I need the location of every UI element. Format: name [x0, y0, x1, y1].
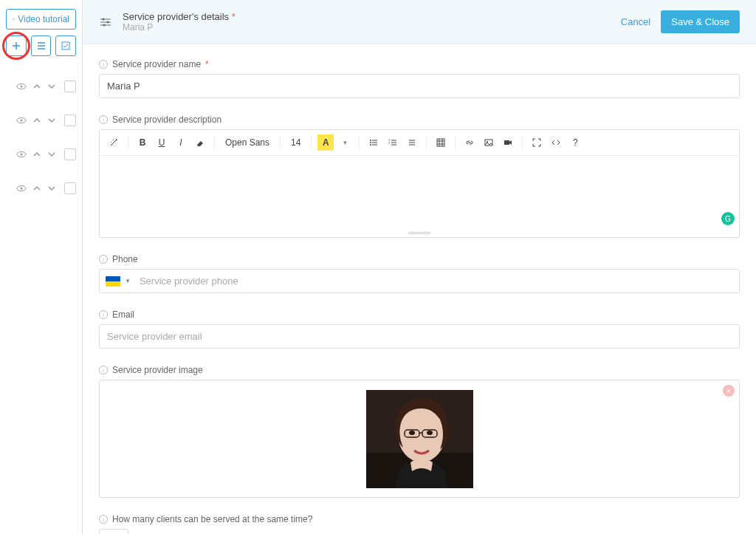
font-family-select[interactable]: Open Sans [221, 134, 274, 151]
sidebar-icon-row [6, 35, 76, 56]
svg-point-25 [427, 431, 433, 435]
provider-avatar [366, 390, 473, 488]
svg-rect-0 [62, 42, 69, 49]
chevron-up-icon[interactable] [32, 184, 41, 193]
editor-toolbar: B U I Open Sans 14 A ▼ 12 [100, 130, 739, 156]
svg-rect-17 [437, 139, 444, 146]
item-checkbox[interactable] [64, 114, 76, 126]
clients-label: How many clients can be served at the sa… [112, 514, 312, 524]
country-flag-ukraine[interactable] [106, 276, 120, 287]
font-size-select[interactable]: 14 [286, 134, 305, 151]
unordered-list-icon[interactable] [365, 134, 382, 151]
paragraph-icon[interactable] [404, 134, 420, 151]
video-tutorial-label: Video tutorial [18, 14, 69, 24]
link-icon[interactable] [461, 134, 478, 151]
resize-handle[interactable] [100, 230, 739, 237]
name-field: i Service provider name * [99, 59, 740, 98]
description-label: Service provider description [112, 114, 221, 125]
editor-textarea[interactable]: G [100, 156, 739, 230]
info-icon[interactable]: i [99, 255, 108, 264]
image-icon[interactable] [481, 134, 497, 151]
chevron-down-icon[interactable] [47, 82, 56, 91]
color-caret-icon[interactable]: ▼ [337, 134, 353, 151]
chevron-down-icon[interactable] [47, 150, 56, 159]
info-icon[interactable]: i [99, 60, 108, 69]
chevron-up-icon[interactable] [32, 150, 41, 159]
item-checkbox[interactable] [64, 81, 76, 92]
name-label: Service provider name [112, 59, 201, 69]
name-input[interactable] [99, 74, 740, 98]
ordered-list-icon[interactable]: 12 [385, 134, 401, 151]
eye-icon[interactable] [16, 149, 27, 160]
required-asterisk: * [205, 59, 209, 69]
svg-point-9 [103, 18, 105, 20]
clients-input[interactable] [99, 529, 128, 534]
plus-icon [11, 41, 21, 51]
video-tutorial-button[interactable]: Video tutorial [6, 9, 76, 30]
svg-point-10 [107, 21, 109, 23]
svg-rect-18 [485, 140, 492, 146]
underline-button[interactable]: U [154, 134, 170, 151]
panel-header: Service provider's details * Maria P Can… [83, 0, 756, 44]
flag-caret-icon[interactable]: ▼ [125, 278, 131, 284]
list-item [6, 182, 76, 194]
provider-list [6, 81, 76, 194]
video-icon[interactable] [500, 134, 516, 151]
text-color-button[interactable]: A [317, 134, 334, 151]
phone-field: i Phone ▼ [99, 254, 740, 293]
code-view-icon[interactable] [548, 134, 564, 151]
svg-text:2: 2 [388, 141, 391, 145]
item-checkbox[interactable] [64, 182, 76, 194]
grammarly-icon[interactable]: G [721, 212, 735, 225]
eraser-icon[interactable] [192, 134, 208, 151]
settings-icon [99, 16, 112, 29]
image-field: i Service provider image × [99, 365, 740, 498]
svg-point-8 [21, 188, 23, 190]
item-checkbox[interactable] [64, 148, 76, 160]
phone-input[interactable] [137, 270, 739, 292]
eye-icon[interactable] [16, 81, 27, 92]
panel-subtitle: Maria P [123, 22, 621, 32]
panel-title: Service provider's details * [123, 11, 621, 22]
info-icon[interactable]: i [99, 515, 108, 524]
required-asterisk: * [232, 11, 236, 22]
phone-label: Phone [112, 254, 138, 264]
save-close-button[interactable]: Save & Close [661, 10, 740, 33]
help-icon[interactable]: ? [567, 134, 583, 151]
sidebar: Video tutorial [0, 0, 83, 534]
check-view-button[interactable] [55, 35, 76, 56]
list-view-button[interactable] [31, 35, 52, 56]
eye-icon[interactable] [16, 183, 27, 194]
image-upload-box[interactable]: × [99, 380, 740, 498]
description-field: i Service provider description B U I Ope… [99, 114, 740, 238]
bold-button[interactable]: B [134, 134, 151, 151]
svg-point-4 [21, 120, 23, 122]
remove-image-icon[interactable]: × [723, 385, 735, 397]
list-item [6, 81, 76, 92]
table-icon[interactable] [433, 134, 449, 151]
form-body: i Service provider name * i Service prov… [83, 44, 756, 534]
email-label: Email [112, 309, 134, 320]
svg-point-12 [370, 140, 371, 141]
magic-icon[interactable] [106, 134, 122, 151]
chevron-down-icon[interactable] [47, 116, 56, 125]
svg-point-6 [21, 154, 23, 156]
italic-button[interactable]: I [173, 134, 189, 151]
fullscreen-icon[interactable] [529, 134, 545, 151]
list-item [6, 148, 76, 160]
list-icon [36, 41, 47, 51]
email-input[interactable] [99, 324, 740, 349]
eye-icon[interactable] [16, 115, 27, 126]
rich-text-editor: B U I Open Sans 14 A ▼ 12 [99, 129, 740, 238]
cancel-button[interactable]: Cancel [621, 16, 650, 27]
add-provider-button[interactable] [6, 35, 27, 56]
info-icon[interactable]: i [99, 115, 108, 124]
chevron-up-icon[interactable] [32, 82, 41, 91]
check-box-icon [61, 41, 71, 51]
info-icon[interactable]: i [99, 366, 108, 374]
svg-point-14 [370, 144, 371, 146]
info-icon[interactable]: i [99, 310, 108, 319]
svg-point-2 [21, 86, 23, 88]
chevron-down-icon[interactable] [47, 184, 56, 193]
chevron-up-icon[interactable] [32, 116, 41, 125]
